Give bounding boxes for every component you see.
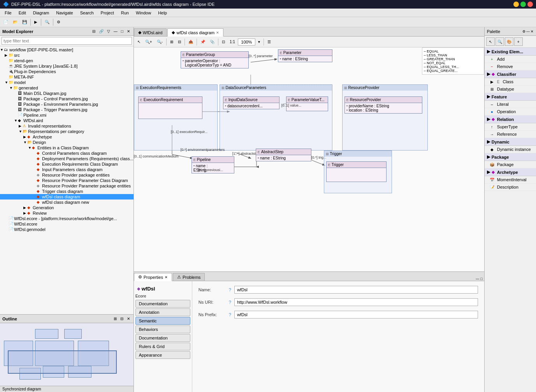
zoom-input[interactable]: [238, 38, 255, 46]
pal-item-dynamic-instance[interactable]: ◆ Dynamic instance: [485, 146, 536, 153]
class-execution-req[interactable]: E ExecutionRequirement: [138, 96, 202, 119]
tree-item-pkg-env[interactable]: 🖼Package - Environment Parameters.jpg: [0, 102, 134, 107]
pal-tool-add[interactable]: +: [514, 37, 523, 46]
tab-class-diagram-close[interactable]: ✕: [216, 31, 219, 35]
tree-arrow-src[interactable]: ▶: [5, 53, 9, 57]
btn-behaviors[interactable]: Behaviors: [135, 326, 190, 333]
class-input-datasource[interactable]: E InputDataSource ▪ datasourcecredenl...: [223, 96, 279, 109]
tree-item-wfdsl-ecore[interactable]: 📄WfDsl.ecore: [0, 221, 134, 227]
btn-documentation2[interactable]: Documentation: [135, 334, 190, 342]
pal-section-relation[interactable]: ▶ ◆ Relation: [485, 116, 536, 123]
menu-item-window[interactable]: Window: [133, 10, 154, 16]
class-resource-provider[interactable]: E ResourceProvider ▪ providerName : EStr…: [344, 96, 422, 114]
filter-input[interactable]: [2, 37, 132, 45]
tab-class-diagram[interactable]: ◆ wfDsl class diagram ✕: [167, 28, 223, 37]
tree-arrow-generation[interactable]: ▶: [23, 206, 27, 210]
maximize-button[interactable]: [520, 2, 526, 7]
tree-area[interactable]: ▼🗂workflow [DEF-PIPE-DSL master]▶📁src📁xt…: [0, 46, 134, 314]
tree-item-wfdsl-aird[interactable]: ▼◆WfDsl.aird: [0, 118, 134, 123]
tree-item-xtend-gen[interactable]: 📁xtend-gen: [0, 58, 134, 63]
class-trigger[interactable]: E Trigger: [326, 161, 387, 182]
minimize-button[interactable]: [513, 2, 519, 7]
pal-item-supertype[interactable]: ↑ SuperType: [485, 123, 536, 131]
toolbar-open[interactable]: 📂: [11, 19, 19, 25]
tree-item-main-dsl[interactable]: 🖼Main DSL Diagram.jpg: [0, 91, 134, 96]
tree-arrow-model[interactable]: ▼: [5, 80, 9, 84]
prop-name-input[interactable]: [234, 286, 478, 294]
menu-item-file[interactable]: File: [2, 10, 15, 16]
tree-arrow-entities[interactable]: ▼: [28, 146, 32, 150]
prop-name-help[interactable]: ?: [229, 287, 231, 292]
tree-item-exec-diag[interactable]: ◆Execution Requirements Class Diagram: [0, 161, 134, 167]
tree-item-jre[interactable]: ☕JRE System Library [JavaSE-1.8]: [0, 63, 134, 69]
btn-appearance[interactable]: Appearance: [135, 351, 190, 359]
pal-tool-select[interactable]: ↖: [486, 37, 495, 46]
tree-item-wfdsl-diag[interactable]: ◆wfDsl class diagram: [0, 194, 134, 200]
pal-section-archetype[interactable]: ▶ ◆ Archetype: [485, 168, 536, 176]
tree-item-res-param[interactable]: ◆Resource Provider Parameter Class Diagr…: [0, 178, 134, 183]
pal-tool-zoom[interactable]: 🔍: [496, 37, 504, 46]
tree-arrow-review[interactable]: ▶: [23, 211, 27, 215]
dt-select[interactable]: ↖: [135, 38, 142, 45]
tree-item-meta-inf[interactable]: 📁META-INF: [0, 74, 134, 80]
menu-item-run[interactable]: Run: [118, 10, 132, 16]
tree-item-res-pkg[interactable]: ◆Resource Provider package entities: [0, 172, 134, 178]
class-parameter-group[interactable]: E ParameterGroup ▪ parameterOperator : L…: [181, 51, 249, 68]
dt-zoom-drop[interactable]: ▾: [256, 38, 262, 45]
pal-item-datatype[interactable]: ⊞ Datatype: [485, 86, 536, 93]
pal-item-moment-interval[interactable]: 📅 MomentInterval: [485, 176, 536, 184]
palette-settings-icon[interactable]: ⚙: [522, 30, 525, 33]
diagram-scroll[interactable]: E ParameterGroup ▪ parameterOperator : L…: [134, 47, 484, 271]
dt-arrange[interactable]: ⊞: [168, 38, 175, 45]
tree-item-control-diag[interactable]: ◆Control Parameters class diagram: [0, 150, 134, 156]
menu-item-diagram[interactable]: Diagram: [30, 10, 53, 16]
pal-item-add[interactable]: + Add: [485, 56, 536, 63]
menu-item-help[interactable]: Help: [155, 10, 170, 16]
tree-item-trigger-diag[interactable]: ◆Trigger class diagram: [0, 189, 134, 194]
dt-zoom-in[interactable]: 🔍+: [143, 38, 154, 45]
tree-item-plugins[interactable]: 🔌Plug-in Dependencies: [0, 69, 134, 74]
palette-close-icon[interactable]: ✕: [531, 30, 534, 33]
outline-canvas[interactable]: [0, 323, 134, 386]
dt-unpin[interactable]: 📎: [208, 38, 216, 45]
tree-item-generation[interactable]: ▶◆Generation: [0, 205, 134, 210]
group-execution-requirements[interactable]: ⊞ ExecutionRequirements E ExecutionRequi…: [134, 84, 218, 150]
palette-min-icon[interactable]: —: [526, 30, 530, 33]
tree-item-pipeline-xmi[interactable]: 📄Pipeline.xmi: [0, 112, 134, 118]
tab-problems[interactable]: ⚠ Problems: [173, 273, 205, 281]
prop-nsuri-input[interactable]: [234, 298, 478, 306]
pal-section-dynamic[interactable]: ▶ Dynamic: [485, 138, 536, 146]
pal-item-literal[interactable]: – Literal: [485, 101, 536, 108]
pal-item-reference[interactable]: → Reference: [485, 131, 536, 138]
menu-item-search[interactable]: Search: [77, 10, 97, 16]
tree-item-design[interactable]: ▼📂Design: [0, 140, 134, 145]
pal-item-description[interactable]: 📝 Description: [485, 184, 536, 191]
tree-arrow-archetype[interactable]: ▶: [23, 135, 27, 139]
tree-arrow-invalid-rep[interactable]: ▶: [19, 124, 23, 128]
close-panel-icon[interactable]: ✕: [126, 29, 131, 34]
menu-item-navigate[interactable]: Navigate: [53, 10, 76, 16]
tree-arrow-rep-per-cat[interactable]: ▼: [19, 130, 23, 133]
outline-toggle-1[interactable]: ⊞: [112, 316, 118, 321]
tree-item-wfdsl-ecore-link[interactable]: 📄WfDsl.ecore - [platform:/resource/workf…: [0, 216, 134, 221]
bottom-panel-minimize[interactable]: —: [476, 277, 479, 281]
class-abstract-step[interactable]: E AbstractStep ▪ name : EString: [256, 149, 311, 161]
tree-item-rep-per-cat[interactable]: ▼📂Representations per category: [0, 129, 134, 134]
dt-zoom-fit[interactable]: ⊡: [220, 38, 227, 45]
btn-semantic[interactable]: Semantic: [135, 317, 190, 325]
collapse-all-icon[interactable]: ⊟: [91, 29, 97, 34]
tab-wfdsl-aird[interactable]: ◆ WfDsl.aird: [134, 28, 167, 36]
view-menu-icon[interactable]: ▽: [106, 29, 111, 34]
link-editor-icon[interactable]: 🔗: [98, 29, 105, 34]
dt-layout[interactable]: ⊟: [176, 38, 183, 45]
dt-export[interactable]: 📤: [186, 38, 195, 45]
outline-close-icon[interactable]: ✕: [126, 316, 131, 321]
pal-item-package[interactable]: 📦 Package: [485, 161, 536, 168]
tree-item-pkg-control[interactable]: 🖼Package - Control Parameters.jpg: [0, 96, 134, 102]
pal-section-existing[interactable]: ▶ Existing Elem...: [485, 48, 536, 56]
dt-pin[interactable]: 📌: [199, 38, 207, 45]
group-trigger[interactable]: ⊞ Trigger E Trigger: [324, 150, 392, 193]
toolbar-prefs[interactable]: ⚙: [55, 19, 62, 25]
toolbar-run[interactable]: ▶: [32, 19, 39, 25]
tab-props-close[interactable]: ✕: [165, 275, 168, 279]
